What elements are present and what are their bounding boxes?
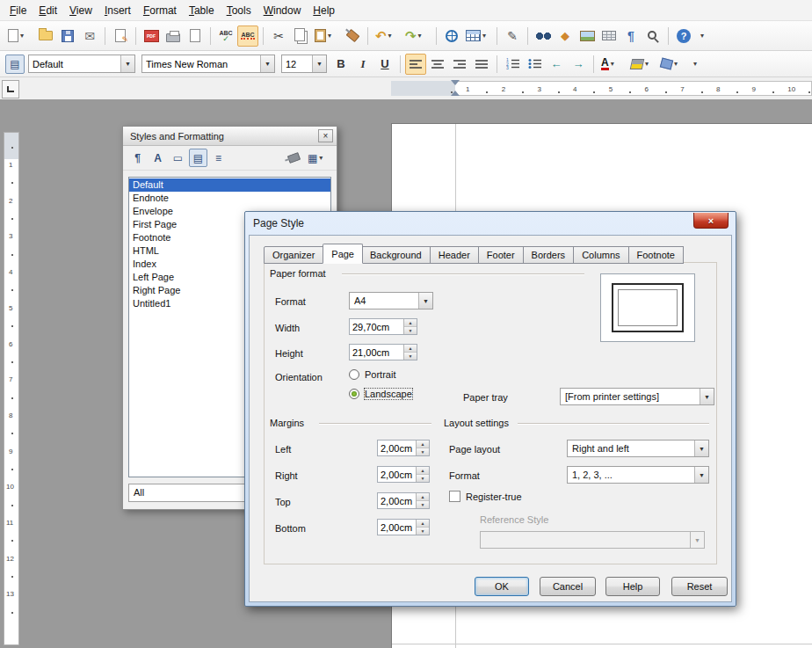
background-color-button[interactable]: ▾: [658, 54, 687, 75]
margin-top-spinner[interactable]: ▲▼: [377, 492, 430, 509]
number-format-combobox[interactable]: 1, 2, 3, ... ▼: [567, 466, 709, 484]
paper-tray-combobox[interactable]: [From printer settings] ▼: [560, 388, 714, 405]
character-styles-button[interactable]: A: [149, 149, 167, 167]
save-button[interactable]: [57, 25, 78, 47]
width-spinner[interactable]: ▲▼: [349, 318, 417, 335]
chevron-down-icon[interactable]: ▼: [700, 389, 714, 404]
style-item-endnote[interactable]: Endnote: [129, 192, 330, 205]
highlighting-button[interactable]: ▾: [628, 54, 657, 75]
italic-button[interactable]: I: [352, 54, 373, 75]
menu-file[interactable]: File: [4, 2, 33, 19]
margin-right-decrease-button[interactable]: ▼: [417, 475, 429, 482]
chevron-down-icon[interactable]: ▼: [694, 467, 708, 483]
open-button[interactable]: [35, 25, 56, 47]
align-right-button[interactable]: [449, 54, 470, 75]
tab-footer[interactable]: Footer: [479, 246, 524, 264]
menu-help[interactable]: Help: [307, 2, 341, 19]
paragraph-style-input[interactable]: [29, 55, 120, 72]
menu-table[interactable]: Table: [183, 2, 221, 19]
chevron-down-icon[interactable]: ▾: [20, 32, 24, 40]
font-name-input[interactable]: [142, 55, 260, 72]
menu-tools[interactable]: Tools: [221, 2, 257, 19]
width-input[interactable]: [350, 319, 403, 334]
font-color-button[interactable]: A▾: [598, 54, 627, 75]
toolbar-options-button[interactable]: ▾: [688, 54, 700, 75]
undo-button[interactable]: ↶▾: [373, 25, 402, 47]
styles-window-close-button[interactable]: ×: [318, 129, 333, 142]
clone-formatting-button[interactable]: [342, 25, 363, 47]
toolbar-options-button[interactable]: ▾: [695, 25, 707, 47]
portrait-radio[interactable]: Portrait: [349, 369, 395, 380]
page-preview-button[interactable]: [185, 25, 206, 47]
insert-table-button[interactable]: ▾: [463, 25, 492, 47]
page-styles-button[interactable]: ▤: [189, 149, 207, 167]
numbered-list-button[interactable]: 123: [502, 54, 523, 75]
auto-spellcheck-button[interactable]: ABC: [237, 25, 258, 47]
bullet-list-button[interactable]: [524, 54, 545, 75]
paragraph-styles-button[interactable]: ¶: [128, 149, 147, 167]
page-layout-combobox[interactable]: Right and left ▼: [567, 440, 709, 457]
first-line-indent-marker[interactable]: [451, 80, 460, 85]
gallery-button[interactable]: [576, 25, 598, 47]
frame-styles-button[interactable]: ▭: [169, 149, 187, 167]
bold-button[interactable]: B: [330, 54, 352, 75]
align-left-button[interactable]: [405, 54, 426, 75]
tab-borders[interactable]: Borders: [524, 246, 575, 264]
ok-button[interactable]: OK: [475, 577, 529, 596]
increase-indent-button[interactable]: →: [568, 54, 589, 75]
font-name-combobox[interactable]: ▼: [141, 55, 275, 73]
margin-top-input[interactable]: [378, 493, 416, 508]
align-center-button[interactable]: [427, 54, 448, 75]
dialog-titlebar[interactable]: Page Style: [245, 212, 736, 235]
tab-footnote[interactable]: Footnote: [629, 246, 684, 264]
menu-edit[interactable]: Edit: [33, 2, 63, 19]
styles-and-formatting-button[interactable]: ▤: [5, 55, 25, 74]
height-decrease-button[interactable]: ▼: [404, 353, 417, 360]
paper-format-combobox[interactable]: A4 ▼: [349, 292, 433, 309]
chevron-down-icon[interactable]: ▾: [611, 60, 614, 68]
chevron-down-icon[interactable]: ▾: [319, 154, 323, 162]
paste-button[interactable]: ▾: [312, 25, 341, 47]
paragraph-style-combobox[interactable]: ▼: [28, 55, 135, 73]
margin-top-increase-button[interactable]: ▲: [417, 493, 429, 501]
cut-button[interactable]: ✂: [268, 25, 289, 47]
chevron-down-icon[interactable]: ▾: [328, 32, 331, 40]
navigator-button[interactable]: ◆: [555, 25, 576, 47]
cancel-button[interactable]: Cancel: [540, 577, 596, 596]
new-style-from-selection-button[interactable]: ▦▾: [305, 149, 331, 167]
chevron-down-icon[interactable]: ▼: [260, 55, 274, 72]
export-pdf-button[interactable]: PDF: [141, 25, 162, 47]
email-document-button[interactable]: ✉: [79, 25, 100, 47]
chevron-down-icon[interactable]: ▼: [120, 55, 134, 72]
chevron-down-icon[interactable]: ▾: [674, 60, 678, 68]
print-button[interactable]: [163, 25, 184, 47]
font-size-combobox[interactable]: ▼: [281, 55, 327, 73]
hyperlink-button[interactable]: [441, 25, 462, 47]
menu-view[interactable]: View: [63, 2, 98, 19]
tab-stop-selector[interactable]: [2, 80, 19, 98]
dialog-close-button[interactable]: ×: [693, 213, 729, 229]
decrease-indent-button[interactable]: ←: [546, 54, 567, 75]
margin-right-input[interactable]: [378, 467, 416, 482]
reset-button[interactable]: Reset: [671, 577, 728, 596]
data-sources-button[interactable]: [598, 25, 620, 47]
tab-organizer[interactable]: Organizer: [264, 246, 323, 264]
margin-left-input[interactable]: [378, 440, 416, 455]
menu-window[interactable]: Window: [257, 2, 308, 19]
fill-format-mode-button[interactable]: [285, 149, 303, 167]
chevron-down-icon[interactable]: ▼: [418, 293, 432, 309]
chevron-down-icon[interactable]: ▼: [312, 55, 326, 72]
register-true-checkbox[interactable]: [449, 491, 460, 502]
new-document-button[interactable]: ▾: [5, 25, 34, 47]
width-decrease-button[interactable]: ▼: [404, 327, 417, 334]
align-justify-button[interactable]: [471, 54, 492, 75]
margin-left-increase-button[interactable]: ▲: [417, 440, 429, 448]
margin-bottom-decrease-button[interactable]: ▼: [417, 528, 429, 535]
menu-insert[interactable]: Insert: [98, 2, 137, 19]
margin-top-decrease-button[interactable]: ▼: [417, 501, 429, 508]
styles-window-titlebar[interactable]: Styles and Formatting ×: [123, 127, 337, 146]
tab-page[interactable]: Page: [323, 244, 363, 264]
font-size-input[interactable]: [282, 55, 312, 72]
chevron-down-icon[interactable]: ▾: [388, 32, 392, 40]
chevron-down-icon[interactable]: ▾: [418, 32, 422, 40]
